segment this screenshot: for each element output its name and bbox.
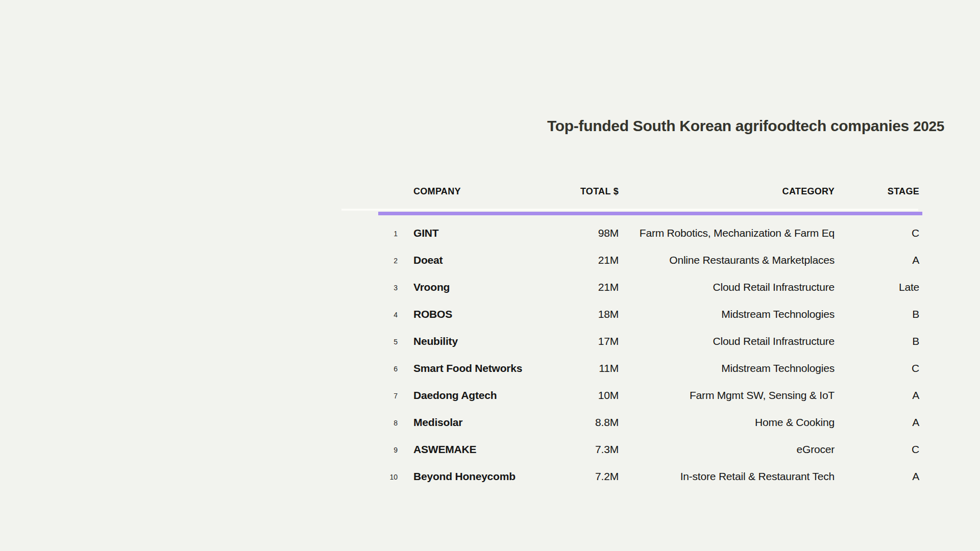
category-cell: Cloud Retail Infrastructure bbox=[619, 273, 835, 300]
category-cell: Farm Robotics, Mechanization & Farm Eq bbox=[619, 219, 835, 246]
table-row: 7 Daedong Agtech 10M Farm Mgmt SW, Sensi… bbox=[341, 382, 919, 409]
company-cell: Vroong bbox=[398, 273, 510, 300]
total-funding-cell: 10M bbox=[510, 382, 619, 409]
rank-cell: 4 bbox=[341, 302, 398, 329]
table-row: 1 GINT 98M Farm Robotics, Mechanization … bbox=[341, 219, 919, 246]
company-cell: Doeat bbox=[398, 246, 510, 273]
category-cell: Midstream Technologies bbox=[619, 300, 835, 328]
category-cell: eGrocer bbox=[619, 436, 835, 463]
stage-cell: A bbox=[835, 382, 919, 409]
total-funding-cell: 98M bbox=[510, 219, 619, 246]
total-funding-cell: 7.3M bbox=[510, 436, 619, 463]
stage-cell: Late bbox=[835, 273, 919, 300]
company-cell: Medisolar bbox=[398, 409, 510, 436]
stage-cell: C bbox=[835, 355, 919, 382]
total-funding-cell: 21M bbox=[510, 246, 619, 273]
total-funding-cell: 21M bbox=[510, 273, 619, 300]
column-header-category: CATEGORY bbox=[619, 178, 835, 205]
stage-cell: A bbox=[835, 463, 919, 490]
category-cell: Midstream Technologies bbox=[619, 355, 835, 382]
table-header-row: COMPANY TOTAL $ CATEGORY STAGE bbox=[341, 178, 919, 205]
company-cell: Daedong Agtech bbox=[398, 382, 510, 409]
rank-cell: 5 bbox=[341, 329, 398, 356]
column-header-rank-spacer bbox=[341, 179, 398, 206]
total-funding-cell: 7.2M bbox=[510, 463, 619, 490]
total-funding-cell: 8.8M bbox=[510, 409, 619, 436]
company-cell: ROBOS bbox=[398, 300, 510, 328]
category-cell: Home & Cooking bbox=[619, 409, 835, 436]
table-row: 10 Beyond Honeycomb 7.2M In-store Retail… bbox=[341, 463, 919, 490]
company-cell: Smart Food Networks bbox=[398, 355, 510, 382]
rank-cell: 9 bbox=[341, 437, 398, 464]
stage-cell: A bbox=[835, 409, 919, 436]
rank-cell: 2 bbox=[341, 247, 398, 274]
category-cell: Online Restaurants & Marketplaces bbox=[619, 246, 835, 273]
column-header-stage: STAGE bbox=[835, 178, 919, 205]
total-funding-cell: 18M bbox=[510, 300, 619, 328]
table-row: 8 Medisolar 8.8M Home & Cooking A bbox=[341, 409, 919, 436]
category-cell: Cloud Retail Infrastructure bbox=[619, 328, 835, 355]
rank-cell: 3 bbox=[341, 274, 398, 302]
category-cell: Farm Mgmt SW, Sensing & IoT bbox=[619, 382, 835, 409]
funding-table: COMPANY TOTAL $ CATEGORY STAGE 1 GINT 98… bbox=[341, 0, 919, 551]
stage-cell: B bbox=[835, 300, 919, 328]
stage-cell: C bbox=[835, 219, 919, 246]
table-row: 2 Doeat 21M Online Restaurants & Marketp… bbox=[341, 246, 919, 273]
rank-cell: 10 bbox=[341, 464, 398, 491]
total-funding-cell: 11M bbox=[510, 355, 619, 382]
stage-cell: C bbox=[835, 436, 919, 463]
table-row: 9 ASWEMAKE 7.3M eGrocer C bbox=[341, 436, 919, 463]
stage-cell: A bbox=[835, 246, 919, 273]
header-rule-white bbox=[341, 209, 918, 211]
company-cell: GINT bbox=[398, 219, 510, 246]
column-header-company: COMPANY bbox=[398, 178, 510, 205]
total-funding-cell: 17M bbox=[510, 328, 619, 355]
column-header-total: TOTAL $ bbox=[510, 178, 619, 205]
rank-cell: 6 bbox=[341, 356, 398, 383]
table-row: 5 Neubility 17M Cloud Retail Infrastruct… bbox=[341, 328, 919, 355]
rank-cell: 1 bbox=[341, 220, 398, 247]
table-row: 6 Smart Food Networks 11M Midstream Tech… bbox=[341, 355, 919, 382]
category-cell: In-store Retail & Restaurant Tech bbox=[619, 463, 835, 490]
rank-cell: 8 bbox=[341, 410, 398, 437]
company-cell: Beyond Honeycomb bbox=[398, 463, 510, 490]
report-page: Top-funded South Korean agrifoodtech com… bbox=[0, 0, 980, 551]
company-cell: Neubility bbox=[398, 328, 510, 355]
table-row: 4 ROBOS 18M Midstream Technologies B bbox=[341, 300, 919, 328]
table-row: 3 Vroong 21M Cloud Retail Infrastructure… bbox=[341, 273, 919, 300]
company-cell: ASWEMAKE bbox=[398, 436, 510, 463]
table-body: 1 GINT 98M Farm Robotics, Mechanization … bbox=[341, 219, 919, 490]
header-rule-purple-accent bbox=[378, 212, 922, 215]
stage-cell: B bbox=[835, 328, 919, 355]
rank-cell: 7 bbox=[341, 383, 398, 410]
